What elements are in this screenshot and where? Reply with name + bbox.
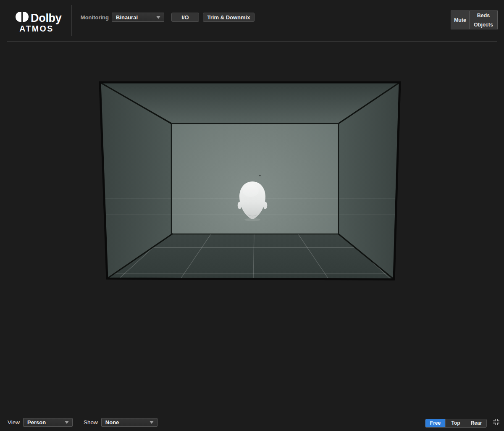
view-value: Person xyxy=(27,419,46,426)
dolby-atmos-logo: Dolby ATMOS xyxy=(16,9,70,34)
divider xyxy=(167,11,167,23)
view-mode-free[interactable]: Free xyxy=(425,419,445,427)
dolby-logo-icon xyxy=(16,12,29,22)
monitoring-select[interactable]: Binaural xyxy=(112,13,164,22)
mute-button[interactable]: Mute xyxy=(451,11,469,29)
monitoring-label: Monitoring xyxy=(80,14,109,21)
divider xyxy=(71,5,72,36)
chevron-down-icon xyxy=(150,421,154,424)
objects-button[interactable]: Objects xyxy=(470,20,497,29)
object-dot xyxy=(260,175,261,176)
header-divider xyxy=(7,41,497,42)
chevron-down-icon xyxy=(156,16,160,19)
view-label: View xyxy=(8,419,20,426)
show-select[interactable]: None xyxy=(101,418,158,427)
view-mode-switch: Free Top Rear xyxy=(425,419,487,428)
monitoring-value: Binaural xyxy=(116,14,138,21)
show-label: Show xyxy=(84,419,98,426)
beds-button[interactable]: Beds xyxy=(470,11,497,20)
bottom-toolbar: View Person Show None Free Top Rear xyxy=(0,415,504,431)
show-value: None xyxy=(105,419,119,426)
view-mode-rear[interactable]: Rear xyxy=(466,419,486,427)
collapse-view-icon[interactable] xyxy=(492,418,500,426)
view-select[interactable]: Person xyxy=(23,418,73,427)
view-mode-top[interactable]: Top xyxy=(445,419,466,427)
mute-group: Mute Beds Objects xyxy=(451,11,498,29)
chevron-down-icon xyxy=(65,421,69,424)
brand-subname: ATMOS xyxy=(19,24,53,33)
top-toolbar: Dolby ATMOS Monitoring Binaural I/O Trim… xyxy=(0,0,504,41)
room-visualization[interactable] xyxy=(0,0,504,431)
io-button[interactable]: I/O xyxy=(171,13,199,22)
trim-downmix-button[interactable]: Trim & Downmix xyxy=(203,13,255,22)
brand-name: Dolby xyxy=(31,12,62,24)
